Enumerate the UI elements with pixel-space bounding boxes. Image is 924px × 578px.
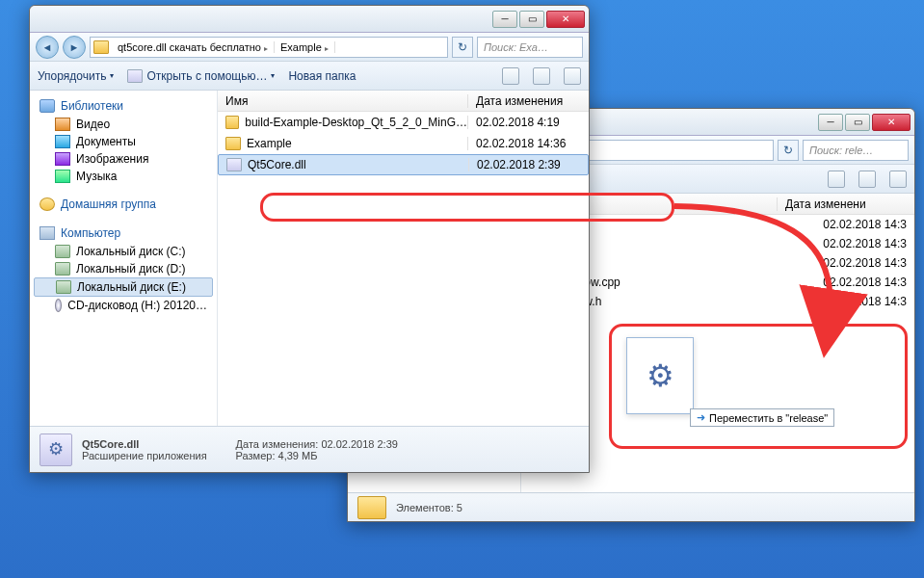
dll-icon bbox=[226, 158, 242, 171]
list-item[interactable]: build-Example-Desktop_Qt_5_2_0_MinG… 02.… bbox=[218, 112, 589, 133]
tree-drive-cd[interactable]: CD-дисковод (H:) 20120… bbox=[34, 297, 213, 314]
tree-documents[interactable]: Документы bbox=[34, 133, 213, 150]
statusbar: Элементов: 5 bbox=[348, 492, 914, 521]
search-input[interactable]: Поиск: Exa… bbox=[477, 37, 583, 58]
crumb[interactable]: qt5core.dll скачать бесплатно▸ bbox=[112, 41, 275, 53]
status-text: Элементов: 5 bbox=[396, 502, 462, 513]
nav-tree[interactable]: Библиотеки Видео Документы Изображения М… bbox=[30, 91, 218, 426]
folder-icon bbox=[93, 40, 109, 54]
refresh-button[interactable]: ↻ bbox=[452, 37, 473, 58]
nav-forward-button[interactable]: ► bbox=[63, 36, 86, 59]
list-item[interactable]: Example 02.02.2018 14:36 bbox=[218, 133, 589, 154]
tree-images[interactable]: Изображения bbox=[34, 150, 213, 168]
computer-icon bbox=[40, 226, 55, 240]
drive-icon bbox=[56, 280, 71, 294]
dll-icon bbox=[40, 434, 72, 466]
refresh-button[interactable]: ↻ bbox=[778, 140, 799, 161]
image-icon bbox=[55, 152, 70, 166]
folder-icon bbox=[225, 116, 239, 129]
tree-drive-c[interactable]: Локальный диск (C:) bbox=[34, 243, 213, 260]
file-list[interactable]: Имя Дата изменения build-Example-Desktop… bbox=[218, 91, 589, 426]
search-input[interactable]: Поиск: rele… bbox=[803, 140, 909, 161]
col-date[interactable]: Дата изменени bbox=[778, 197, 914, 211]
help-button[interactable] bbox=[564, 67, 581, 85]
doc-icon bbox=[55, 135, 70, 148]
drag-preview: ⚙ ➜Переместить в "release" bbox=[626, 337, 694, 414]
tree-computer[interactable]: Компьютер bbox=[34, 223, 213, 243]
drag-thumb: ⚙ bbox=[626, 337, 694, 414]
cd-icon bbox=[55, 299, 62, 312]
homegroup-icon bbox=[40, 197, 55, 211]
gear-icon bbox=[127, 69, 143, 83]
arrow-right-icon: ➜ bbox=[697, 411, 705, 424]
folder-icon bbox=[225, 137, 241, 150]
titlebar[interactable]: ─ ▭ ✕ bbox=[30, 6, 589, 33]
list-header[interactable]: Имя Дата изменения bbox=[218, 91, 589, 112]
tree-video[interactable]: Видео bbox=[34, 116, 213, 133]
view-button[interactable] bbox=[502, 67, 519, 85]
minimize-button[interactable]: ─ bbox=[492, 11, 517, 28]
preview-pane-button[interactable] bbox=[533, 67, 550, 85]
tree-libraries[interactable]: Библиотеки bbox=[34, 96, 213, 116]
tree-drive-e[interactable]: Локальный диск (E:) bbox=[34, 277, 213, 297]
navbar: ◄ ► qt5core.dll скачать бесплатно▸ Examp… bbox=[30, 33, 589, 62]
open-with-button[interactable]: Открыть с помощью…▾ bbox=[127, 69, 275, 83]
col-name[interactable]: Имя bbox=[218, 94, 468, 108]
music-icon bbox=[55, 170, 70, 183]
col-date[interactable]: Дата изменения bbox=[468, 94, 589, 108]
breadcrumb[interactable]: qt5core.dll скачать бесплатно▸ Example▸ bbox=[90, 37, 448, 58]
details-type: Расширение приложения bbox=[82, 450, 207, 461]
tree-homegroup[interactable]: Домашняя группа bbox=[34, 195, 213, 214]
crumb[interactable]: Example▸ bbox=[275, 41, 335, 53]
drag-tooltip: ➜Переместить в "release" bbox=[690, 408, 834, 427]
folder-icon bbox=[357, 496, 386, 519]
drive-icon bbox=[55, 262, 70, 276]
list-item-qt5core[interactable]: Qt5Core.dll 02.02.2018 2:39 bbox=[218, 154, 589, 175]
explorer-window-example[interactable]: ─ ▭ ✕ ◄ ► qt5core.dll скачать бесплатно▸… bbox=[29, 5, 590, 473]
drive-icon bbox=[55, 245, 70, 258]
view-button[interactable] bbox=[828, 171, 845, 188]
maximize-button[interactable]: ▭ bbox=[519, 11, 544, 28]
nav-back-button[interactable]: ◄ bbox=[36, 36, 59, 59]
details-filename: Qt5Core.dll bbox=[82, 438, 139, 450]
minimize-button[interactable]: ─ bbox=[818, 114, 843, 131]
close-button[interactable]: ✕ bbox=[872, 114, 911, 131]
details-pane: Qt5Core.dll Расширение приложения Дата и… bbox=[30, 426, 589, 472]
organize-button[interactable]: Упорядочить▾ bbox=[38, 69, 114, 83]
video-icon bbox=[55, 118, 70, 131]
library-icon bbox=[40, 99, 55, 113]
close-button[interactable]: ✕ bbox=[546, 11, 585, 28]
maximize-button[interactable]: ▭ bbox=[845, 114, 870, 131]
new-folder-button[interactable]: Новая папка bbox=[288, 69, 356, 83]
preview-pane-button[interactable] bbox=[858, 171, 876, 188]
tree-music[interactable]: Музыка bbox=[34, 168, 213, 185]
toolbar: Упорядочить▾ Открыть с помощью…▾ Новая п… bbox=[30, 62, 589, 91]
tree-drive-d[interactable]: Локальный диск (D:) bbox=[34, 260, 213, 277]
help-button[interactable] bbox=[889, 171, 907, 188]
